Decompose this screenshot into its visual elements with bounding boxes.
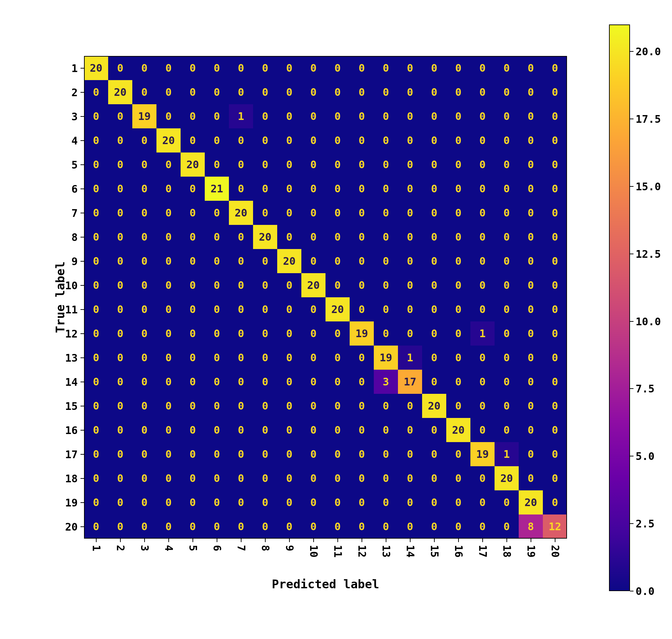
colorbar-tick-label: 2.5 (636, 518, 654, 530)
heatmap-cell: 0 (181, 249, 205, 273)
heatmap-cell: 0 (229, 273, 253, 297)
heatmap-cell: 0 (205, 80, 229, 104)
heatmap-cell: 0 (253, 249, 277, 273)
heatmap-cell: 0 (495, 56, 519, 80)
heatmap-cell: 0 (277, 104, 301, 128)
heatmap-cell: 0 (301, 177, 326, 201)
heatmap-cell: 0 (156, 201, 181, 225)
heatmap-cell: 20 (229, 201, 253, 225)
colorbar-tick-label: 17.5 (636, 113, 661, 125)
y-tick-mark (80, 213, 84, 213)
heatmap-cell: 0 (326, 225, 350, 249)
x-tick-mark (362, 539, 362, 542)
heatmap-cell: 0 (277, 490, 301, 514)
x-tick-mark (96, 539, 97, 542)
heatmap-cell: 0 (374, 128, 398, 152)
heatmap-cell: 0 (543, 80, 567, 104)
heatmap-cell: 0 (84, 490, 108, 514)
heatmap-cell: 0 (350, 442, 374, 466)
heatmap-cell: 0 (181, 177, 205, 201)
x-tick-mark (555, 539, 555, 542)
heatmap-cell: 0 (205, 370, 229, 394)
heatmap-cell: 0 (326, 201, 350, 225)
y-tick-mark (80, 116, 84, 117)
heatmap-cell: 0 (374, 514, 398, 539)
y-tick-label: 19 (65, 496, 78, 509)
x-tick-mark (434, 539, 435, 542)
heatmap-cell: 0 (277, 418, 301, 442)
heatmap-cell: 0 (398, 297, 422, 321)
y-tick-label: 3 (71, 110, 78, 122)
heatmap-cell: 0 (398, 249, 422, 273)
heatmap-cell: 0 (446, 225, 470, 249)
x-tick-label: 19 (525, 545, 537, 558)
heatmap-cell: 0 (422, 490, 446, 514)
heatmap-cell: 0 (277, 321, 301, 346)
heatmap-cell: 20 (181, 152, 205, 177)
heatmap-cell: 20 (84, 56, 108, 80)
heatmap-cell: 0 (132, 56, 156, 80)
heatmap-cell: 0 (350, 273, 374, 297)
heatmap-cell: 0 (543, 418, 567, 442)
heatmap-cell: 0 (543, 297, 567, 321)
heatmap-cell: 0 (350, 152, 374, 177)
heatmap-cell: 0 (350, 370, 374, 394)
heatmap-cell: 0 (543, 152, 567, 177)
heatmap-cell: 0 (301, 104, 326, 128)
heatmap-cell: 0 (470, 128, 495, 152)
heatmap-cell: 0 (543, 273, 567, 297)
heatmap-cell: 0 (350, 466, 374, 490)
heatmap-cell: 0 (446, 201, 470, 225)
heatmap-cell: 0 (398, 490, 422, 514)
heatmap-cell: 0 (108, 321, 132, 346)
heatmap-cell: 0 (84, 346, 108, 370)
x-tick-label: 1 (90, 545, 102, 551)
heatmap-cell: 0 (84, 273, 108, 297)
heatmap-cell: 0 (301, 466, 326, 490)
heatmap-cell: 0 (253, 394, 277, 418)
heatmap-cell: 0 (543, 177, 567, 201)
heatmap-cell: 19 (132, 104, 156, 128)
heatmap-cell: 0 (350, 56, 374, 80)
heatmap-cell: 0 (205, 490, 229, 514)
heatmap-cell: 0 (132, 466, 156, 490)
heatmap-cell: 0 (350, 201, 374, 225)
heatmap-cell: 0 (108, 442, 132, 466)
y-tick-label: 7 (71, 207, 78, 219)
heatmap-cell: 0 (84, 80, 108, 104)
y-tick-mark (80, 478, 84, 479)
heatmap-cell: 0 (398, 104, 422, 128)
heatmap-cell: 0 (301, 249, 326, 273)
heatmap-cell: 0 (277, 225, 301, 249)
heatmap-cell: 0 (84, 249, 108, 273)
heatmap-cell: 0 (156, 394, 181, 418)
y-tick-mark (80, 357, 84, 358)
heatmap-cell: 20 (446, 418, 470, 442)
x-tick-label: 9 (283, 545, 295, 551)
heatmap-cell: 0 (350, 346, 374, 370)
y-tick-mark (80, 261, 84, 262)
x-tick-label: 2 (114, 545, 126, 551)
heatmap-cell: 0 (277, 152, 301, 177)
y-tick-label: 18 (65, 472, 78, 484)
heatmap-cell: 0 (374, 297, 398, 321)
heatmap-cell: 0 (277, 394, 301, 418)
heatmap-cell: 0 (253, 321, 277, 346)
heatmap-cell: 0 (446, 249, 470, 273)
heatmap-cell: 0 (108, 418, 132, 442)
heatmap-cell: 0 (108, 249, 132, 273)
heatmap-cell: 0 (84, 321, 108, 346)
heatmap-cell: 0 (446, 514, 470, 539)
colorbar-tick-label: 15.0 (636, 180, 661, 192)
heatmap-cell: 0 (301, 225, 326, 249)
heatmap-cell: 0 (374, 490, 398, 514)
heatmap-cell: 0 (132, 514, 156, 539)
heatmap-cell: 0 (229, 321, 253, 346)
heatmap-cell: 0 (132, 418, 156, 442)
heatmap-cell: 0 (108, 201, 132, 225)
x-tick-label: 7 (235, 545, 247, 551)
heatmap-cell: 0 (277, 346, 301, 370)
heatmap-cell: 0 (326, 56, 350, 80)
x-tick-label: 3 (138, 545, 150, 551)
x-tick-mark (506, 539, 507, 542)
